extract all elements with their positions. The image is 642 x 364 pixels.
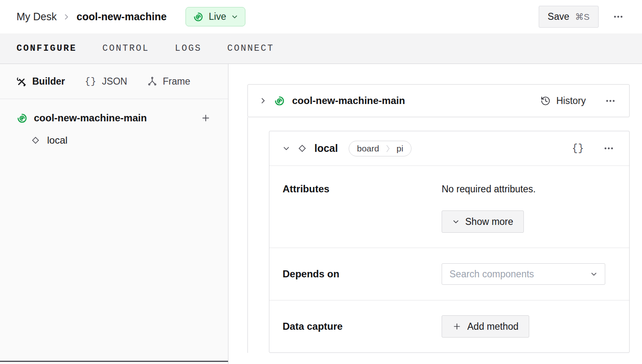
config-view-switcher: Builder {} JSON Frame [0,64,228,99]
tab-control[interactable]: CONTROL [102,43,149,54]
data-capture-content: Add method [442,315,616,338]
show-more-button[interactable]: Show more [442,210,524,233]
depends-on-content: Search components [442,263,616,285]
live-label: Live [209,11,226,22]
chevron-down-icon [452,218,459,225]
main-panel: cool-new-machine-main History [228,64,642,364]
edit-json-button[interactable]: {} [572,143,584,154]
breadcrumb-root[interactable]: My Desk [17,11,57,23]
header-overflow-menu-button[interactable] [611,9,625,24]
breadcrumb-current: cool-new-machine [76,11,166,23]
tree-item-machine-label: cool-new-machine-main [34,112,147,124]
component-type-label: board [357,144,379,154]
tree-item-local[interactable]: local [17,135,212,146]
tree-item-machine[interactable]: cool-new-machine-main [17,112,212,124]
component-card-local: local board pi {} [269,131,630,353]
component-menu-button[interactable] [602,141,616,156]
tab-logs[interactable]: LOGS [175,43,202,54]
add-method-button[interactable]: Add method [442,315,529,338]
machine-card-menu-button[interactable] [603,94,618,108]
view-json-label: JSON [102,76,127,87]
save-shortcut: ⌘S [575,12,590,22]
data-capture-section: Data capture Add method [269,300,629,352]
attributes-label: Attributes [283,182,442,233]
view-builder[interactable]: Builder [17,76,65,87]
machine-part-card: cool-new-machine-main History [247,84,630,117]
add-component-button[interactable] [200,112,212,124]
sidebar: Builder {} JSON Frame [0,64,228,364]
attributes-section: Attributes No required attributes. Show … [269,166,629,248]
data-capture-label: Data capture [283,321,442,332]
tab-connect[interactable]: CONNECT [227,43,274,54]
save-label: Save [548,11,569,22]
chevron-down-icon [231,14,238,20]
machine-part-icon [274,95,285,106]
machine-part-icon [17,113,28,124]
attributes-content: No required attributes. Show more [442,182,616,233]
chevron-down-icon [590,271,597,278]
frame-axes-icon [147,76,157,87]
tools-icon [17,76,27,87]
chevron-down-icon[interactable] [283,145,290,152]
app-window: My Desk cool-new-machine Live Save [0,0,642,364]
attributes-empty-text: No required attributes. [442,182,616,195]
view-frame[interactable]: Frame [147,76,190,87]
tree-item-local-label: local [47,135,67,146]
chevron-right-icon[interactable] [259,97,267,104]
component-diamond-icon [297,143,308,154]
header-actions: Save ⌘S [539,6,625,28]
top-header: My Desk cool-new-machine Live Save [0,0,642,33]
component-indent-guide: local board pi {} [247,117,630,353]
breadcrumb: My Desk cool-new-machine [17,11,166,23]
machine-part-tree: cool-new-machine-main local [0,99,228,146]
braces-icon: {} [85,76,96,87]
chevron-right-icon [63,13,70,21]
add-method-label: Add method [467,321,518,332]
history-label: History [556,95,586,106]
plus-icon [452,322,461,331]
machine-part-title: cool-new-machine-main [292,95,405,106]
main-tab-bar: CONFIGURE CONTROL LOGS CONNECT [0,33,642,64]
depends-on-select[interactable]: Search components [442,263,605,285]
machine-card-actions: History [540,94,618,108]
component-card-actions: {} [572,141,616,156]
component-model-label: pi [397,144,403,154]
view-builder-label: Builder [32,76,65,87]
history-button[interactable]: History [540,95,586,106]
view-json[interactable]: {} JSON [85,76,127,87]
live-status-button[interactable]: Live [185,7,245,26]
component-card-header: local board pi {} [269,131,629,166]
sidebar-bottom-drawer-handle[interactable] [0,361,228,364]
tab-configure[interactable]: CONFIGURE [17,43,77,54]
depends-on-placeholder: Search components [449,269,534,280]
show-more-label: Show more [465,216,513,227]
save-button[interactable]: Save ⌘S [539,6,599,28]
view-frame-label: Frame [163,76,190,87]
chevron-right-icon [385,144,391,153]
machine-live-icon [193,12,204,22]
history-icon [540,96,551,106]
component-title: local [314,142,338,154]
depends-on-section: Depends on Search components [269,248,629,300]
content-area: Builder {} JSON Frame [0,64,642,364]
depends-on-label: Depends on [283,268,442,280]
component-diamond-icon [30,135,41,146]
component-type-badge: board pi [349,141,411,156]
